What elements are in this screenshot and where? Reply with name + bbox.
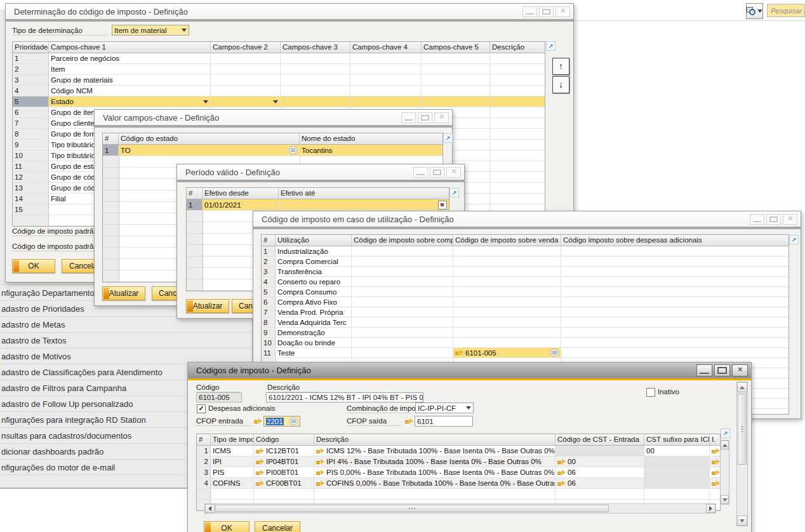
expand-grid-icon[interactable]: ↗ (443, 133, 453, 143)
close-icon[interactable]: × (446, 167, 461, 178)
move-row-down-button[interactable]: ↓ (552, 76, 569, 93)
link-arrow-icon[interactable] (316, 470, 324, 475)
cell-indicator-icon[interactable] (289, 417, 298, 425)
window-vertical-scrollbar[interactable] (736, 382, 748, 526)
table-row[interactable] (197, 489, 720, 500)
table-row[interactable]: 4Conserto ou reparo (262, 277, 788, 287)
link-arrow-icon[interactable] (316, 459, 324, 465)
titlebar[interactable]: Período válido - Definição × (177, 164, 464, 180)
minimize-button[interactable] (522, 6, 537, 17)
scrollbar-thumb[interactable] (215, 505, 609, 512)
link-arrow-icon[interactable] (256, 481, 264, 486)
inativo-checkbox[interactable] (646, 388, 655, 397)
table-row[interactable]: 11 Teste 6101-005 (262, 348, 788, 358)
table-horizontal-scrollbar[interactable] (204, 503, 716, 514)
expand-grid-icon[interactable]: ↗ (546, 41, 556, 51)
table-row[interactable]: 7Venda Prod. Própria (262, 307, 788, 317)
link-arrow-icon[interactable] (712, 481, 720, 486)
table-row[interactable]: 10Doação ou brinde (262, 338, 788, 348)
descricao-field[interactable]: 6101/2201 - ICMS 12% BT - IPI 04% BT - P… (266, 392, 423, 402)
titlebar[interactable]: Código de imposto em caso de utilização … (253, 211, 801, 227)
search-tool-button[interactable] (746, 3, 763, 19)
table-row[interactable]: 8Venda Adquirida Terc (262, 317, 788, 328)
scrollbar-thumb[interactable] (738, 394, 747, 465)
maximize-button[interactable] (714, 364, 730, 376)
table-row[interactable]: 4 COFINS CF00BT01 COFINS 0,00% - Base Tr… (197, 478, 720, 489)
cfop-entrada-field[interactable]: 2201 (263, 416, 300, 427)
table-row[interactable]: 1 ICMS IC12BT01 ICMS 12% - Base Tributad… (197, 446, 720, 456)
link-arrow-icon[interactable] (557, 470, 566, 475)
table-row[interactable]: 3 PIS PI00BT01 PIS 0,00% - Base Tributad… (197, 467, 720, 478)
link-arrow-icon[interactable] (256, 470, 264, 475)
scroll-up-icon[interactable] (737, 382, 747, 392)
maximize-button[interactable] (430, 167, 444, 178)
minimize-button[interactable] (696, 364, 712, 376)
link-arrow-icon[interactable] (712, 470, 720, 475)
minimize-button[interactable] (401, 112, 416, 123)
ok-button[interactable]: OK (204, 521, 249, 532)
table-row[interactable]: 2Compra Comercial (262, 256, 788, 267)
link-arrow-icon[interactable] (405, 418, 413, 424)
despesas-adicionais-checkbox[interactable]: ✓ (197, 404, 206, 413)
table-row[interactable]: 6Compra Ativo Fixo (262, 297, 788, 307)
titlebar[interactable]: Códigos de imposto - Definição × (188, 362, 751, 378)
link-arrow-icon[interactable] (455, 350, 463, 356)
table-row[interactable]: 2 IPI IP04BT01 IPI 4% - Base Tributada 1… (197, 456, 720, 467)
combinacao-imposto-dropdown[interactable]: IC-IP-PI-CF (415, 402, 474, 413)
update-button[interactable]: Atualizar (102, 286, 145, 300)
table-row[interactable]: 1Parceiro de negócios (13, 53, 545, 64)
minimize-button[interactable] (413, 167, 428, 178)
link-arrow-icon[interactable] (316, 448, 324, 454)
close-icon[interactable]: × (783, 214, 797, 225)
link-arrow-icon[interactable] (254, 418, 262, 424)
table-row[interactable]: 3Grupo de materiais (13, 75, 545, 86)
maximize-button[interactable] (539, 6, 554, 17)
table-row[interactable]: 9Demonstração (262, 328, 788, 338)
scroll-down-icon[interactable] (721, 495, 729, 504)
link-arrow-icon[interactable] (712, 459, 720, 465)
table-row[interactable]: 2Item (13, 64, 545, 75)
table-row[interactable]: 4Código NCM (13, 86, 545, 96)
link-arrow-icon[interactable] (256, 448, 264, 454)
titlebar[interactable]: Valor campos-chave - Definição × (95, 110, 452, 125)
link-arrow-icon[interactable] (316, 481, 324, 486)
table-row[interactable]: 1Industrialização (262, 246, 788, 256)
scroll-right-icon[interactable] (706, 504, 715, 513)
close-icon[interactable]: × (556, 6, 570, 17)
table-row-selected[interactable]: 1 01/01/2021 (187, 199, 449, 211)
scroll-left-icon[interactable] (205, 504, 215, 513)
scroll-down-icon[interactable] (737, 515, 747, 526)
close-icon[interactable]: × (732, 364, 748, 376)
calendar-icon[interactable] (438, 201, 447, 209)
move-row-up-button[interactable]: ↑ (552, 58, 569, 75)
menu-item-cadastro-textos[interactable]: adastro de Textos (0, 332, 251, 348)
table-row-selected[interactable]: 5 Estado (13, 96, 545, 107)
global-search-input[interactable]: Pesquisar m (767, 4, 805, 17)
titlebar[interactable]: Determinação do código de imposto - Defi… (6, 4, 573, 19)
cell-indicator-icon[interactable] (550, 349, 559, 357)
maximize-button[interactable] (766, 214, 781, 225)
tipo-determinacao-dropdown[interactable]: Item de material (112, 25, 189, 36)
link-arrow-icon[interactable] (557, 459, 566, 465)
minimize-button[interactable] (750, 214, 764, 225)
cancel-button[interactable]: Cancelar (255, 521, 300, 532)
link-arrow-icon[interactable] (256, 459, 264, 465)
close-icon[interactable]: × (434, 112, 449, 123)
scroll-up-icon[interactable] (721, 441, 729, 449)
table-vertical-scrollbar[interactable] (720, 440, 729, 505)
ok-button[interactable]: OK (12, 259, 55, 273)
table-row[interactable]: 3Transferência (262, 267, 788, 277)
table-row[interactable]: 5Compra Consumo (262, 287, 788, 297)
cell-indicator-icon[interactable] (289, 146, 297, 154)
link-arrow-icon[interactable] (557, 481, 566, 486)
expand-grid-icon[interactable]: ↗ (721, 429, 730, 438)
chevron-down-icon[interactable] (273, 100, 278, 103)
expand-grid-icon[interactable]: ↗ (789, 235, 799, 244)
link-arrow-icon[interactable] (712, 448, 720, 454)
table-row-selected[interactable]: 1 TO Tocantins (103, 145, 442, 156)
expand-grid-icon[interactable]: ↗ (449, 188, 459, 197)
cfop-saida-field[interactable]: 6101 (415, 416, 473, 427)
maximize-button[interactable] (418, 112, 432, 123)
update-button[interactable]: Atualizar (186, 299, 229, 313)
chevron-down-icon[interactable] (203, 100, 208, 103)
